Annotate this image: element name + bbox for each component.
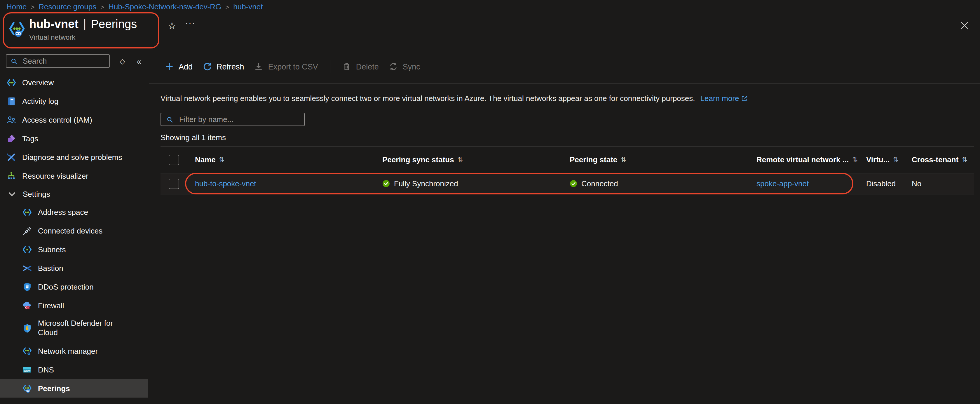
column-header-name[interactable]: Name⇅	[195, 155, 382, 164]
column-header-peering-sync-status[interactable]: Peering sync status⇅	[382, 155, 570, 164]
tags-icon	[6, 134, 16, 143]
row-checkbox[interactable]	[169, 178, 179, 189]
sidebar-item-firewall[interactable]: Firewall	[0, 296, 148, 315]
add-button[interactable]: Add	[165, 62, 192, 71]
sidebar-item-ddos-protection[interactable]: DDoS protection	[0, 277, 148, 296]
close-icon[interactable]	[960, 21, 969, 30]
sidebar-item-defender[interactable]: Microsoft Defender for Cloud	[0, 315, 148, 342]
column-header-cross-tenant[interactable]: Cross-tenant⇅	[912, 155, 974, 164]
learn-more-link[interactable]: Learn more	[700, 94, 748, 103]
cell-peering-state: Connected	[570, 179, 756, 188]
sidebar: ◇ « Overview Activity log	[0, 51, 148, 404]
page-title: hub-vnet | Peerings Virtual network	[29, 17, 137, 41]
ddos-protection-icon	[22, 282, 32, 292]
sort-icon: ⇅	[219, 156, 224, 164]
blade-description: Virtual network peering enables you to s…	[161, 94, 980, 103]
trash-icon	[342, 62, 352, 71]
sync-button[interactable]: Sync	[389, 62, 420, 71]
breadcrumb-separator-icon: >	[100, 3, 104, 10]
export-csv-button[interactable]: Export to CSV	[254, 62, 318, 71]
sidebar-item-peerings[interactable]: Peerings	[0, 379, 148, 398]
column-header-remote-virtual-network[interactable]: Remote virtual network ...⇅	[756, 155, 866, 164]
sidebar-item-network-manager[interactable]: Network manager	[0, 342, 148, 360]
firewall-icon	[22, 301, 32, 310]
delete-button[interactable]: Delete	[342, 62, 379, 71]
external-link-icon	[741, 95, 748, 101]
cell-peering-sync-status: Fully Synchronized	[382, 179, 570, 188]
sidebar-item-bastion[interactable]: Bastion	[0, 259, 148, 277]
virtual-network-icon	[6, 77, 16, 87]
breadcrumb-home[interactable]: Home	[6, 2, 27, 11]
peering-name-link[interactable]: hub-to-spoke-vnet	[195, 179, 256, 188]
sidebar-item-resource-visualizer[interactable]: Resource visualizer	[0, 166, 148, 185]
title-separator: |	[83, 17, 86, 32]
sidebar-search-box[interactable]	[6, 54, 110, 68]
sidebar-item-address-space[interactable]: Address space	[0, 203, 148, 221]
sidebar-search-input[interactable]	[22, 56, 105, 66]
toolbar-divider	[330, 60, 330, 73]
command-bar: Add Refresh Export to CSV Delete	[149, 51, 980, 82]
sidebar-item-connected-devices[interactable]: Connected devices	[0, 221, 148, 240]
breadcrumb: Home > Resource groups > Hub-Spoke-Netwo…	[6, 2, 262, 11]
table-header-row: Name⇅ Peering sync status⇅ Peering state…	[161, 146, 974, 173]
connected-devices-icon	[22, 226, 32, 235]
sidebar-item-diagnose[interactable]: Diagnose and solve problems	[0, 148, 148, 166]
sidebar-item-access-control[interactable]: Access control (IAM)	[0, 110, 148, 129]
plus-icon	[165, 62, 174, 71]
breadcrumb-separator-icon: >	[31, 3, 35, 10]
column-header-peering-state[interactable]: Peering state⇅	[570, 155, 756, 164]
peerings-table: Name⇅ Peering sync status⇅ Peering state…	[161, 146, 974, 194]
sidebar-item-activity-log[interactable]: Activity log	[0, 92, 148, 110]
subnets-icon	[22, 244, 32, 254]
success-check-icon	[570, 180, 577, 188]
more-options-icon[interactable]: ···	[185, 17, 196, 27]
remote-vnet-link[interactable]: spoke-app-vnet	[756, 179, 809, 188]
cell-virtual-network-access: Disabled	[866, 179, 912, 188]
breadcrumb-hub-vnet[interactable]: hub-vnet	[233, 2, 262, 11]
resource-name: hub-vnet	[29, 17, 78, 32]
sort-icon: ⇅	[893, 156, 898, 164]
select-all-checkbox[interactable]	[169, 154, 179, 165]
download-icon	[254, 62, 264, 71]
virtual-network-peering-icon	[8, 20, 26, 37]
success-check-icon	[382, 180, 390, 188]
sidebar-item-dns[interactable]: www DNS	[0, 360, 148, 379]
filter-box[interactable]	[161, 113, 305, 126]
sidebar-item-overview[interactable]: Overview	[0, 73, 148, 92]
column-header-virtual-network-access[interactable]: Virtu...⇅	[866, 155, 912, 164]
sort-icon: ⇅	[962, 156, 967, 164]
search-icon	[11, 57, 18, 65]
resource-visualizer-icon	[6, 171, 16, 181]
peerings-icon	[22, 383, 32, 393]
address-space-icon	[22, 207, 32, 217]
search-icon	[166, 116, 173, 123]
chevron-down-icon	[7, 189, 17, 199]
bastion-icon	[22, 263, 32, 273]
filter-by-name-input[interactable]	[178, 115, 299, 124]
sort-icon: ⇅	[621, 156, 626, 164]
activity-log-icon	[6, 96, 16, 106]
network-manager-icon	[22, 346, 32, 356]
pin-toggle-icon[interactable]: ◇	[120, 57, 125, 65]
collapse-sidebar-icon[interactable]: «	[137, 56, 141, 66]
cell-cross-tenant: No	[912, 179, 974, 188]
row-select-cell	[161, 178, 195, 189]
azure-portal-page: Home > Resource groups > Hub-Spoke-Netwo…	[0, 0, 980, 404]
cell-remote-virtual-network: spoke-app-vnet	[756, 179, 866, 188]
sidebar-item-subnets[interactable]: Subnets	[0, 240, 148, 259]
sidebar-item-tags[interactable]: Tags	[0, 129, 148, 148]
sync-icon	[389, 62, 398, 71]
diagnose-icon	[6, 152, 16, 162]
cell-name: hub-to-spoke-vnet	[195, 179, 382, 188]
sidebar-group-settings[interactable]: Settings	[0, 185, 148, 203]
items-count-label: Showing all 1 items	[161, 133, 980, 142]
refresh-button[interactable]: Refresh	[202, 62, 244, 71]
breadcrumb-resource-groups[interactable]: Resource groups	[38, 2, 96, 11]
blade-name: Peerings	[91, 17, 137, 32]
resource-type-subtitle: Virtual network	[29, 33, 137, 41]
peerings-blade: Add Refresh Export to CSV Delete	[149, 51, 980, 404]
toolbar-bottom-divider	[149, 83, 980, 84]
breadcrumb-resource-group[interactable]: Hub-Spoke-Network-nsw-dev-RG	[108, 2, 221, 11]
sort-icon: ⇅	[458, 156, 463, 164]
favorite-star-icon[interactable]: ☆	[167, 20, 177, 32]
